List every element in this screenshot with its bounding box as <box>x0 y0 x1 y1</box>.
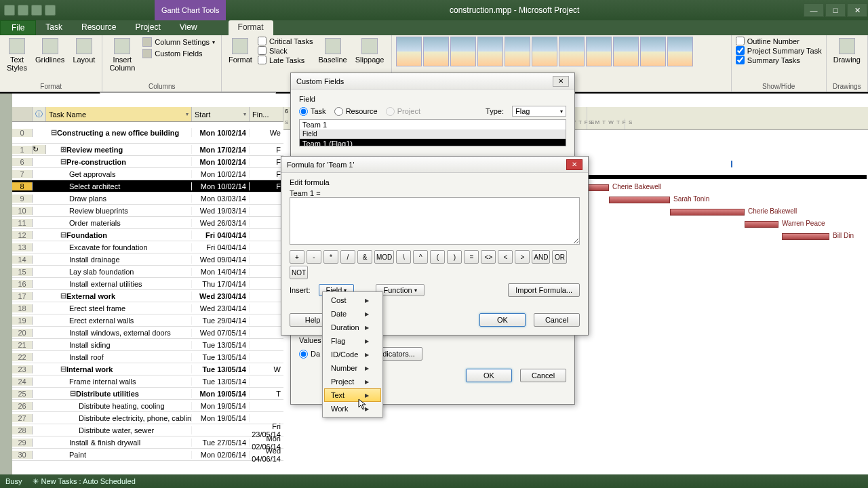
table-row[interactable]: 15Lay slab foundationMon 14/04/14 <box>12 266 283 278</box>
table-row[interactable]: 27Distribute electricity, phone, cabling… <box>12 412 283 424</box>
cancel-button[interactable]: Cancel <box>520 369 566 382</box>
layout-button[interactable]: Layout <box>70 37 98 65</box>
operator-button[interactable]: - <box>307 250 321 264</box>
data-radio[interactable]: Da <box>299 350 320 359</box>
tab-task[interactable]: Task <box>36 20 72 35</box>
menu-item-text[interactable]: Text▶ <box>324 388 381 402</box>
table-row[interactable]: 20Install windows, external doorsWed 07/… <box>12 327 283 339</box>
table-row[interactable]: 24Frame internal wallsTue 13/05/14 <box>12 375 283 388</box>
table-row[interactable]: 6⊟Pre-constructionMon 10/02/14F <box>12 156 283 168</box>
operator-button[interactable]: \ <box>396 250 411 264</box>
operator-button[interactable]: MOD <box>374 250 394 264</box>
ok-button[interactable]: OK <box>466 369 512 382</box>
operator-button[interactable]: ( <box>430 250 445 264</box>
table-row[interactable]: 14Install drainageWed 09/04/14 <box>12 253 283 266</box>
cancel-button[interactable]: Cancel <box>534 313 580 327</box>
project-summary-check[interactable]: Project Summary Task <box>736 46 822 55</box>
table-row[interactable]: 1↻⊞Review meetingMon 17/02/14F <box>12 144 283 156</box>
critical-tasks-check[interactable]: Critical Tasks <box>258 37 313 45</box>
insert-column-button[interactable]: Insert Column <box>106 37 138 73</box>
operator-button[interactable]: ) <box>447 250 462 264</box>
text-styles-button[interactable]: Text Styles <box>4 37 30 73</box>
tab-format[interactable]: Format <box>229 20 273 35</box>
table-row[interactable]: 16Install external utilitiesThu 17/04/14 <box>12 278 283 290</box>
operator-button[interactable]: ^ <box>413 250 428 264</box>
table-row[interactable]: 12⊟FoundationFri 04/04/14 <box>12 229 283 241</box>
format-button[interactable]: Format <box>226 37 255 65</box>
summary-tasks-check[interactable]: Summary Tasks <box>736 56 822 64</box>
operator-button[interactable]: OR <box>552 250 567 264</box>
close-icon[interactable]: ✕ <box>553 76 569 87</box>
col-start[interactable]: Start▾ <box>192 107 250 121</box>
table-row[interactable]: 19Erect external wallsTue 29/04/14 <box>12 314 283 327</box>
col-finish[interactable]: Fin... <box>250 107 283 121</box>
operator-button[interactable]: AND <box>532 250 550 264</box>
type-combo[interactable]: Flag▾ <box>512 106 566 117</box>
project-radio[interactable]: Project <box>386 107 420 116</box>
menu-item-project[interactable]: Project▶ <box>324 375 381 388</box>
task-bar[interactable] <box>670 209 745 216</box>
slippage-button[interactable]: Slippage <box>353 37 387 65</box>
operator-button[interactable]: / <box>340 250 355 264</box>
menu-item-idcode[interactable]: ID/Code▶ <box>324 348 381 361</box>
operator-button[interactable]: * <box>323 250 338 264</box>
task-bar[interactable] <box>609 197 670 203</box>
baseline-button[interactable]: Baseline <box>315 37 349 65</box>
table-row[interactable]: 30PaintMon 02/06/14Wed 04/06/14 <box>12 449 283 461</box>
table-row[interactable]: 8Select architectMon 10/02/14F <box>12 180 283 192</box>
operator-button[interactable]: + <box>290 250 304 264</box>
gridlines-button[interactable]: Gridlines <box>33 37 67 65</box>
save-icon[interactable] <box>18 5 28 16</box>
late-tasks-check[interactable]: Late Tasks <box>258 56 313 64</box>
redo-icon[interactable] <box>45 5 56 16</box>
maximize-button[interactable]: □ <box>825 3 846 17</box>
slack-check[interactable]: Slack <box>258 46 313 55</box>
field-listbox[interactable]: Team 1 Field Team 1 (Flag1) <box>299 119 566 146</box>
tab-project[interactable]: Project <box>125 20 170 35</box>
drawing-button[interactable]: Drawing <box>831 37 863 65</box>
col-task-name[interactable]: Task Name▾ <box>46 107 192 121</box>
table-row[interactable]: 0⊟Constructing a new office buildingMon … <box>12 122 283 144</box>
table-row[interactable]: 11Order materialsWed 26/03/14 <box>12 217 283 229</box>
custom-fields-button[interactable]: Custom Fields <box>140 48 217 59</box>
tab-resource[interactable]: Resource <box>72 20 125 35</box>
table-row[interactable]: 17⊟External workWed 23/04/14 <box>12 290 283 302</box>
import-formula-button[interactable]: Import Formula... <box>508 283 580 297</box>
column-settings-button[interactable]: Column Settings ▾ <box>140 37 217 47</box>
operator-button[interactable]: < <box>498 250 513 264</box>
task-bar[interactable] <box>745 221 778 228</box>
tab-view[interactable]: View <box>170 20 207 35</box>
menu-item-duration[interactable]: Duration▶ <box>324 321 381 334</box>
table-row[interactable]: 10Review blueprintsWed 19/03/14 <box>12 205 283 217</box>
close-button[interactable]: ✕ <box>847 3 867 17</box>
file-tab[interactable]: File <box>0 20 36 35</box>
formula-textarea[interactable] <box>290 197 580 245</box>
function-dropdown-button[interactable]: Function▾ <box>376 284 424 296</box>
operator-button[interactable]: NOT <box>290 266 308 279</box>
table-row[interactable]: 23⊟Internal workTue 13/05/14W <box>12 363 283 375</box>
table-row[interactable]: 28Distribute water, sewerFri 23/05/14 <box>12 424 283 436</box>
app-icon[interactable] <box>4 5 15 16</box>
undo-icon[interactable] <box>31 5 42 16</box>
table-row[interactable]: 21Install sidingTue 13/05/14 <box>12 339 283 351</box>
menu-item-work[interactable]: Work▶ <box>324 402 381 415</box>
table-row[interactable]: 29Install & finish drywallTue 27/05/14Mo… <box>12 436 283 449</box>
task-radio[interactable]: Task <box>299 107 326 116</box>
table-row[interactable]: 22Install roofTue 13/05/14 <box>12 351 283 363</box>
table-row[interactable]: 26Distribute heating, coolingMon 19/05/1… <box>12 400 283 412</box>
table-row[interactable]: 18Erect steel frameWed 23/04/14 <box>12 302 283 314</box>
table-row[interactable]: 9Draw plansMon 03/03/14 <box>12 192 283 205</box>
ok-button[interactable]: OK <box>479 313 526 327</box>
table-row[interactable]: 7Get approvalsMon 10/02/14F <box>12 168 283 180</box>
table-row[interactable]: 13Excavate for foundationFri 04/04/14 <box>12 241 283 253</box>
operator-button[interactable]: = <box>464 250 479 264</box>
resource-radio[interactable]: Resource <box>334 107 378 116</box>
operator-button[interactable]: & <box>357 250 372 264</box>
table-row[interactable]: 25⊟Distribute utilitiesMon 19/05/14T <box>12 388 283 400</box>
operator-button[interactable]: > <box>515 250 530 264</box>
gantt-styles-gallery[interactable] <box>396 37 727 66</box>
minimize-button[interactable]: — <box>804 3 824 17</box>
menu-item-flag[interactable]: Flag▶ <box>324 334 381 348</box>
menu-item-number[interactable]: Number▶ <box>324 361 381 375</box>
menu-item-date[interactable]: Date▶ <box>324 307 381 321</box>
